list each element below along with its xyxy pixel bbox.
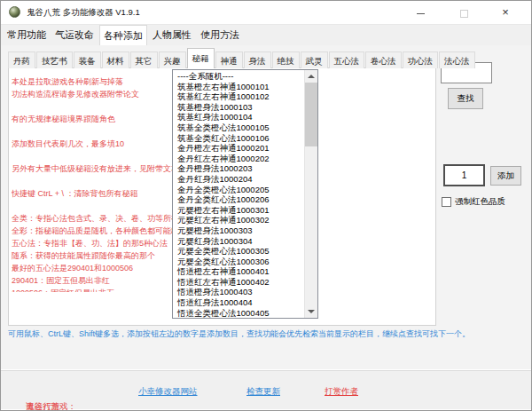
instruction-line: 功法构造流程请参见修改器附带论文 xyxy=(12,88,172,100)
scroll-thumb[interactable] xyxy=(305,83,317,146)
sub-tab-five-mental[interactable]: 五心法 xyxy=(329,51,365,68)
maximize-icon xyxy=(460,10,468,18)
instructions-panel: 本处是拉取游戏各种刷新与掉落功法构造流程请参见修改器附带论文有的无规律秘籍境界跟… xyxy=(12,75,172,292)
app-window: 鬼谷八荒 多功能修改器 V1.9.1 × 常用功能 气运改命 各种添加 人物属性… xyxy=(0,0,532,411)
secret-manual-items: ----全系随机----筑基橙左右神通1000101筑基红左右神通1000102… xyxy=(173,70,304,318)
check-update-link[interactable]: 检查更新 xyxy=(246,386,280,398)
list-item[interactable]: 筑基全类红心法1000106 xyxy=(173,133,304,144)
sub-tab-gong-mental[interactable]: 功心法 xyxy=(403,51,439,68)
instruction-line: 添加数目代表刷几次，最多填10 xyxy=(12,138,172,150)
list-item[interactable]: 金丹全类红心法1000206 xyxy=(173,194,304,205)
count-input[interactable] xyxy=(443,164,485,186)
list-item[interactable]: 元婴红身法1000304 xyxy=(173,236,304,247)
sub-tab-fa-mental[interactable]: 法心法 xyxy=(439,51,475,68)
instruction-line xyxy=(12,100,172,113)
sub-tab-others[interactable]: 其它 xyxy=(130,51,158,68)
instruction-line xyxy=(12,150,172,162)
scroll-up-button[interactable] xyxy=(305,70,317,83)
main-tab-character[interactable]: 人物属性 xyxy=(149,25,195,45)
close-button[interactable]: × xyxy=(490,1,520,24)
window-title: 鬼谷八荒 多功能修改器 V1.9.1 xyxy=(27,1,140,24)
sub-tab-secret-manuals[interactable]: 秘籍 xyxy=(187,48,215,68)
list-item[interactable]: 悟道橙身法1000403 xyxy=(173,287,304,297)
list-item[interactable]: 元婴红左右神通1000302 xyxy=(173,215,304,225)
list-item[interactable]: 筑基红身法1000104 xyxy=(173,112,304,123)
sub-tab-scroll-mental[interactable]: 卷心法 xyxy=(365,51,402,68)
list-item[interactable]: 悟道红左右神通1000402 xyxy=(173,277,304,288)
sub-tab-hobby[interactable]: 兴趣 xyxy=(159,51,186,68)
list-item[interactable]: 筑基橙身法1000103 xyxy=(173,102,304,113)
instruction-line xyxy=(12,125,172,138)
add-button[interactable]: 添加 xyxy=(490,166,521,186)
force-red-quality-checkbox[interactable] xyxy=(442,197,451,207)
list-item[interactable]: 金丹红左右神通1000202 xyxy=(173,154,304,164)
instruction-line: 290401：固定五但易出非红 xyxy=(12,274,172,287)
find-button[interactable]: 查找 xyxy=(448,88,483,109)
list-item[interactable]: 金丹全类橙心法1000205 xyxy=(173,185,304,195)
instruction-line: 有的无规律秘籍境界跟随角色 xyxy=(12,113,172,125)
list-item[interactable]: 金丹橙身法1000203 xyxy=(173,163,304,174)
arrow-down-icon xyxy=(308,310,315,313)
minimize-icon xyxy=(417,13,425,14)
list-item[interactable]: 元婴橙身法1000303 xyxy=(173,225,304,236)
arrow-up-icon xyxy=(308,75,315,78)
main-tab-add-items[interactable]: 各种添加 xyxy=(99,25,147,45)
scroll-down-button[interactable] xyxy=(305,305,317,318)
instruction-line: 最好的五心法是290401和1000506 xyxy=(12,262,172,274)
footer-bar: 请运行游戏：鬼谷八荒 小幸修改器网站 检查更新 打赏作者 xyxy=(1,370,531,409)
sub-tab-skill-books[interactable]: 技艺书 xyxy=(36,51,73,68)
website-link[interactable]: 小幸修改器网站 xyxy=(138,386,198,398)
main-tab-usage[interactable]: 使用方法 xyxy=(197,25,243,45)
instruction-line: 五心法：专指非【卷、功、法】的那5种心法 xyxy=(12,237,172,249)
list-item[interactable]: ----全系随机---- xyxy=(173,71,304,82)
instruction-line: 另外有大量中低级秘籍没有放进来，见附带文本 xyxy=(12,162,172,175)
main-tab-strip: 常用功能 气运改命 各种添加 人物属性 使用方法 xyxy=(1,24,531,45)
instruction-line: 1000506：固定红但易出非五 xyxy=(12,287,172,292)
sub-tab-materials[interactable]: 材料 xyxy=(102,51,129,68)
help-text: 可用鼠标、CtrL键、Shift键多选，添加按钮左边的数字是添加数目，查找功能会… xyxy=(8,328,470,340)
scrollbar[interactable] xyxy=(304,70,317,318)
instruction-line: 快捷键 CtrL + \ ：清除背包所有秘籍 xyxy=(12,187,172,200)
force-red-quality-label: 强制红色品质 xyxy=(455,196,505,208)
main-tab-common[interactable]: 常用功能 xyxy=(4,25,50,45)
game-name: 鬼谷八荒 xyxy=(26,401,59,411)
instruction-line: 全彩：指秘籍的品质是随机，各种颜色都可能出 xyxy=(12,225,172,237)
instruction-line xyxy=(12,200,172,212)
instruction-line xyxy=(12,175,172,187)
list-item[interactable]: 筑基橙左右神通1000101 xyxy=(173,82,304,92)
minimize-button[interactable] xyxy=(405,1,435,24)
sub-tab-wuling[interactable]: 武灵 xyxy=(301,51,328,68)
list-item[interactable]: 元婴全类橙心法1000305 xyxy=(173,246,304,257)
titlebar: 鬼谷八荒 多功能修改器 V1.9.1 × xyxy=(1,1,531,24)
list-item[interactable]: 悟道全类橙心法1000405 xyxy=(173,308,304,318)
app-icon xyxy=(9,6,20,18)
donate-author-link[interactable]: 打赏作者 xyxy=(325,386,358,398)
category-tab-strip: 丹药 技艺书 装备 材料 其它 兴趣 秘籍 神通 身法 绝技 武灵 五心法 卷心… xyxy=(8,51,476,68)
maximize-button[interactable] xyxy=(449,1,479,24)
list-item[interactable]: 元婴橙左右神通1000301 xyxy=(173,205,304,216)
list-item[interactable]: 金丹橙左右神通1000201 xyxy=(173,143,304,154)
secret-manual-listbox[interactable]: ----全系随机----筑基橙左右神通1000101筑基红左右神通1000102… xyxy=(172,69,318,319)
main-tab-luck[interactable]: 气运改命 xyxy=(51,25,98,45)
list-item[interactable]: 元婴全类红心法1000306 xyxy=(173,257,304,267)
force-red-quality-row: 强制红色品质 xyxy=(442,196,505,208)
instruction-line: 本处是拉取游戏各种刷新与掉落 xyxy=(12,75,172,88)
sub-tab-pills[interactable]: 丹药 xyxy=(8,51,35,68)
instruction-line: 全类：专指心法包含式、录、决、卷、功等所有 xyxy=(12,212,172,225)
list-item[interactable]: 金丹红身法1000204 xyxy=(173,174,304,185)
list-item[interactable]: 筑基红左右神通1000102 xyxy=(173,91,304,102)
instruction-line: 随系：获得的技能属性跟随你最高的那个 xyxy=(12,249,172,262)
sub-tab-equipment[interactable]: 装备 xyxy=(74,51,101,68)
sub-tab-ultimate[interactable]: 绝技 xyxy=(272,51,300,68)
list-item[interactable]: 悟道橙左右神通1000401 xyxy=(173,266,304,277)
list-item[interactable]: 筑基全类橙心法1000105 xyxy=(173,123,304,133)
sub-tab-movement[interactable]: 身法 xyxy=(244,51,271,68)
list-item[interactable]: 悟道红身法1000404 xyxy=(173,297,304,308)
sub-tab-divine-abilities[interactable]: 神通 xyxy=(215,51,243,68)
